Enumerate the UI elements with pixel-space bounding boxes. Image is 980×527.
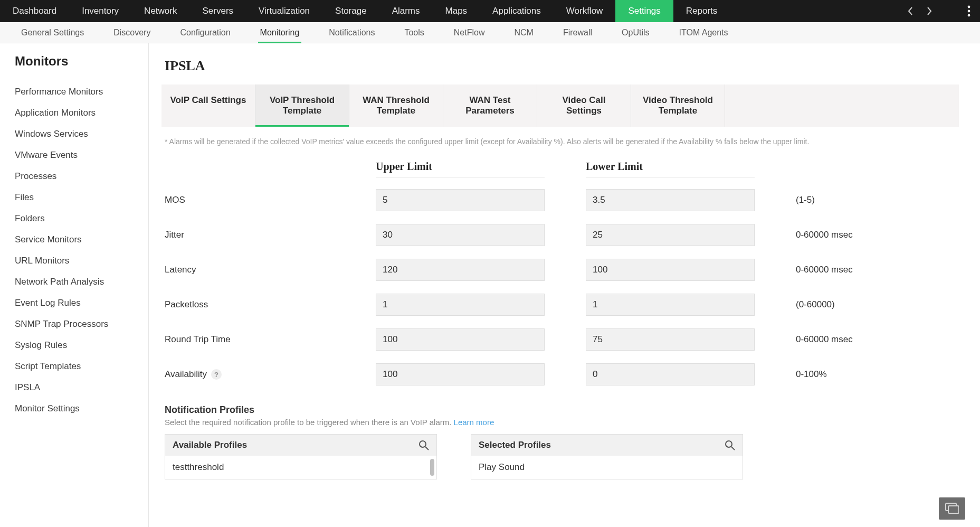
main-content: IPSLA VoIP Call SettingsVoIP Threshold T… bbox=[149, 43, 980, 527]
threshold-row-availability: Availability?0-100% bbox=[161, 357, 959, 392]
threshold-range: 0-60000 msec bbox=[796, 334, 853, 345]
selected-profile-item[interactable]: Play Sound bbox=[479, 462, 735, 473]
available-profiles-header: Available Profiles bbox=[173, 440, 247, 450]
upper-limit-input[interactable] bbox=[376, 363, 545, 385]
upper-limit-input[interactable] bbox=[376, 294, 545, 316]
topnav-item-reports[interactable]: Reports bbox=[673, 0, 730, 22]
subnav-item-discovery[interactable]: Discovery bbox=[99, 22, 165, 43]
threshold-row-jitter: Jitter0-60000 msec bbox=[161, 218, 959, 252]
sidebar-item-script-templates[interactable]: Script Templates bbox=[15, 356, 148, 377]
topnav-item-virtualization[interactable]: Virtualization bbox=[246, 0, 322, 22]
sidebar-item-windows-services[interactable]: Windows Services bbox=[15, 124, 148, 145]
learn-more-link[interactable]: Learn more bbox=[454, 418, 494, 427]
topnav-item-inventory[interactable]: Inventory bbox=[69, 0, 131, 22]
column-header-lower: Lower Limit bbox=[586, 161, 755, 177]
threshold-table-header: Upper Limit Lower Limit bbox=[161, 151, 959, 183]
threshold-range: (1-5) bbox=[796, 195, 815, 205]
threshold-row-mos: MOS(1-5) bbox=[161, 183, 959, 218]
svg-point-1 bbox=[968, 10, 971, 13]
available-profiles-box: Available Profiles testthreshold bbox=[165, 434, 437, 479]
topnav-item-workflow[interactable]: Workflow bbox=[554, 0, 616, 22]
threshold-range: 0-60000 msec bbox=[796, 230, 853, 240]
threshold-label: Latency bbox=[165, 265, 376, 275]
info-note: Alarms will be generated if the collecte… bbox=[161, 127, 959, 151]
tab-wan-test-parameters[interactable]: WAN Test Parameters bbox=[443, 84, 537, 127]
topnav-item-settings[interactable]: Settings bbox=[615, 0, 673, 22]
subnav-item-oputils[interactable]: OpUtils bbox=[607, 22, 664, 43]
topnav-item-maps[interactable]: Maps bbox=[433, 0, 480, 22]
upper-limit-input[interactable] bbox=[376, 259, 545, 281]
subnav-item-itom-agents[interactable]: ITOM Agents bbox=[664, 22, 743, 43]
lower-limit-input[interactable] bbox=[586, 328, 755, 351]
subnav-item-netflow[interactable]: NetFlow bbox=[439, 22, 500, 43]
notification-profiles-heading: Notification Profiles bbox=[161, 404, 959, 416]
sidebar-item-snmp-trap-processors[interactable]: SNMP Trap Processors bbox=[15, 314, 148, 335]
tab-voip-call-settings[interactable]: VoIP Call Settings bbox=[161, 84, 255, 127]
subnav-item-monitoring[interactable]: Monitoring bbox=[245, 22, 315, 43]
threshold-label: MOS bbox=[165, 195, 376, 205]
available-profile-item[interactable]: testthreshold bbox=[173, 462, 429, 473]
lower-limit-input[interactable] bbox=[586, 189, 755, 211]
more-menu-button[interactable] bbox=[958, 0, 980, 22]
scrollbar[interactable] bbox=[430, 459, 434, 476]
lower-limit-input[interactable] bbox=[586, 259, 755, 281]
threshold-row-packetloss: Packetloss(0-60000) bbox=[161, 287, 959, 322]
tab-video-call-settings[interactable]: Video Call Settings bbox=[537, 84, 631, 127]
selected-profiles-header: Selected Profiles bbox=[479, 440, 551, 450]
topnav-item-servers[interactable]: Servers bbox=[189, 0, 246, 22]
topnav-item-dashboard[interactable]: Dashboard bbox=[0, 0, 69, 22]
nav-forward-button[interactable] bbox=[920, 0, 939, 22]
lower-limit-input[interactable] bbox=[586, 224, 755, 246]
topnav-item-storage[interactable]: Storage bbox=[322, 0, 379, 22]
upper-limit-input[interactable] bbox=[376, 189, 545, 211]
subnav-item-firewall[interactable]: Firewall bbox=[548, 22, 607, 43]
subnav-item-notifications[interactable]: Notifications bbox=[314, 22, 389, 43]
column-header-upper: Upper Limit bbox=[376, 161, 545, 177]
topnav-item-network[interactable]: Network bbox=[131, 0, 189, 22]
subnav-item-ncm[interactable]: NCM bbox=[500, 22, 548, 43]
lower-limit-input[interactable] bbox=[586, 294, 755, 316]
sidebar-item-application-monitors[interactable]: Application Monitors bbox=[15, 102, 148, 124]
page-title: IPSLA bbox=[161, 58, 959, 74]
topnav-item-alarms[interactable]: Alarms bbox=[379, 0, 433, 22]
svg-line-6 bbox=[731, 447, 735, 450]
subnav-item-general-settings[interactable]: General Settings bbox=[6, 22, 99, 43]
sidebar-item-ipsla[interactable]: IPSLA bbox=[15, 377, 148, 398]
tab-video-threshold-template[interactable]: Video Threshold Template bbox=[631, 84, 725, 127]
help-icon[interactable]: ? bbox=[211, 369, 222, 380]
tab-voip-threshold-template[interactable]: VoIP Threshold Template bbox=[255, 84, 349, 127]
chat-widget-button[interactable] bbox=[939, 497, 965, 520]
sidebar-item-performance-monitors[interactable]: Performance Monitors bbox=[15, 81, 148, 102]
sidebar-item-monitor-settings[interactable]: Monitor Settings bbox=[15, 398, 148, 419]
upper-limit-input[interactable] bbox=[376, 224, 545, 246]
sidebar-item-processes[interactable]: Processes bbox=[15, 166, 148, 187]
threshold-label: Round Trip Time bbox=[165, 334, 376, 345]
sidebar-item-files[interactable]: Files bbox=[15, 187, 148, 208]
subnav-item-configuration[interactable]: Configuration bbox=[165, 22, 245, 43]
sidebar-item-syslog-rules[interactable]: Syslog Rules bbox=[15, 335, 148, 356]
svg-line-4 bbox=[425, 447, 429, 450]
notification-profiles-description: Select the required notification profile… bbox=[161, 416, 959, 434]
svg-point-3 bbox=[420, 441, 426, 447]
sidebar-item-url-monitors[interactable]: URL Monitors bbox=[15, 250, 148, 271]
sidebar: Monitors Performance MonitorsApplication… bbox=[0, 43, 149, 527]
topnav-item-applications[interactable]: Applications bbox=[480, 0, 554, 22]
search-icon[interactable] bbox=[418, 440, 429, 450]
sidebar-item-folders[interactable]: Folders bbox=[15, 208, 148, 229]
top-nav: DashboardInventoryNetworkServersVirtuali… bbox=[0, 0, 980, 22]
threshold-label: Jitter bbox=[165, 230, 376, 240]
sidebar-title: Monitors bbox=[15, 54, 148, 69]
tab-wan-threshold-template[interactable]: WAN Threshold Template bbox=[349, 84, 443, 127]
lower-limit-input[interactable] bbox=[586, 363, 755, 385]
sidebar-item-vmware-events[interactable]: VMware Events bbox=[15, 145, 148, 166]
sidebar-item-service-monitors[interactable]: Service Monitors bbox=[15, 229, 148, 250]
upper-limit-input[interactable] bbox=[376, 328, 545, 351]
sidebar-item-event-log-rules[interactable]: Event Log Rules bbox=[15, 293, 148, 314]
sidebar-item-network-path-analysis[interactable]: Network Path Analysis bbox=[15, 271, 148, 293]
selected-profiles-box: Selected Profiles Play Sound bbox=[471, 434, 743, 479]
svg-point-2 bbox=[968, 14, 971, 17]
subnav-item-tools[interactable]: Tools bbox=[389, 22, 439, 43]
search-icon[interactable] bbox=[725, 440, 735, 450]
nav-back-button[interactable] bbox=[901, 0, 920, 22]
svg-point-0 bbox=[968, 6, 971, 8]
